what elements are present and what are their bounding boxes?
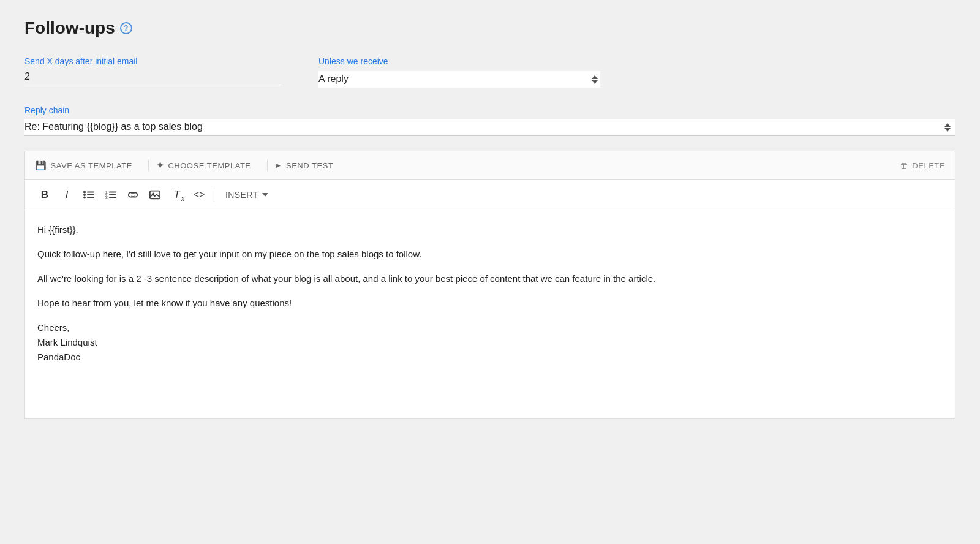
body-line-5: Cheers, bbox=[37, 322, 70, 333]
body-line-6: Mark Lindquist bbox=[37, 337, 97, 347]
ordered-list-button[interactable]: 1. 2. 3. bbox=[101, 185, 121, 205]
svg-rect-7 bbox=[109, 192, 116, 193]
body-signature: Cheers, Mark Lindquist PandaDoc bbox=[37, 320, 943, 365]
email-editor: 💾 SAVE AS TEMPLATE ✦ CHOOSE TEMPLATE ► S… bbox=[24, 151, 956, 419]
toolbar-sep-2 bbox=[267, 160, 268, 171]
days-group: Send X days after initial email 2 bbox=[24, 56, 282, 86]
page-title: Follow-ups ? bbox=[24, 18, 956, 38]
svg-rect-11 bbox=[109, 197, 116, 198]
unless-label: Unless we receive bbox=[318, 56, 600, 66]
email-body[interactable]: Hi {{first}}, Quick follow-up here, I'd … bbox=[25, 210, 955, 418]
help-icon[interactable]: ? bbox=[120, 22, 132, 34]
form-row-top: Send X days after initial email 2 Unless… bbox=[24, 56, 956, 88]
svg-text:3.: 3. bbox=[105, 196, 108, 199]
insert-arrow-icon bbox=[262, 193, 268, 197]
days-label: Send X days after initial email bbox=[24, 56, 282, 66]
image-button[interactable] bbox=[145, 185, 165, 205]
toolbar-sep-1 bbox=[148, 160, 149, 171]
save-icon: 💾 bbox=[35, 160, 47, 171]
svg-rect-1 bbox=[87, 192, 94, 193]
send-icon: ► bbox=[275, 161, 282, 170]
body-line-4: Hope to hear from you, let me know if yo… bbox=[37, 296, 943, 311]
code-button[interactable]: <> bbox=[189, 185, 209, 205]
format-toolbar: B I 1. 2. 3. bbox=[25, 180, 955, 210]
unless-group: Unless we receive A reply An open A clic… bbox=[318, 56, 600, 88]
delete-icon: 🗑 bbox=[900, 161, 909, 170]
title-text: Follow-ups bbox=[24, 18, 115, 38]
reply-chain-select-wrapper: Re: Featuring {{blog}} as a top sales bl… bbox=[24, 119, 956, 136]
template-icon: ✦ bbox=[156, 160, 165, 171]
send-test-label: SEND TEST bbox=[286, 161, 333, 170]
unordered-list-button[interactable] bbox=[79, 185, 99, 205]
editor-toolbar: 💾 SAVE AS TEMPLATE ✦ CHOOSE TEMPLATE ► S… bbox=[25, 151, 955, 180]
delete-button[interactable]: 🗑 DELETE bbox=[900, 161, 945, 170]
clear-format-button[interactable]: Tx bbox=[167, 185, 187, 205]
body-line-2: Quick follow-up here, I'd still love to … bbox=[37, 247, 943, 262]
days-value: 2 bbox=[24, 71, 282, 86]
body-line-3: All we're looking for is a 2 -3 sentence… bbox=[37, 271, 943, 286]
bold-button[interactable]: B bbox=[35, 185, 55, 205]
svg-rect-3 bbox=[87, 194, 94, 195]
choose-template-button[interactable]: ✦ CHOOSE TEMPLATE bbox=[156, 157, 257, 173]
svg-point-2 bbox=[83, 194, 86, 196]
italic-button[interactable]: I bbox=[57, 185, 77, 205]
reply-chain-select[interactable]: Re: Featuring {{blog}} as a top sales bl… bbox=[24, 119, 956, 136]
save-as-template-button[interactable]: 💾 SAVE AS TEMPLATE bbox=[35, 157, 138, 173]
body-line-7: PandaDoc bbox=[37, 352, 80, 362]
send-test-button[interactable]: ► SEND TEST bbox=[275, 159, 340, 173]
format-sep bbox=[214, 188, 214, 202]
choose-template-label: CHOOSE TEMPLATE bbox=[168, 161, 251, 170]
delete-label: DELETE bbox=[912, 161, 945, 170]
insert-label: INSERT bbox=[225, 190, 258, 200]
body-line-1: Hi {{first}}, bbox=[37, 222, 943, 237]
svg-rect-5 bbox=[87, 197, 94, 198]
svg-point-0 bbox=[83, 191, 86, 194]
insert-button[interactable]: INSERT bbox=[219, 187, 274, 202]
unless-select[interactable]: A reply An open A click bbox=[318, 71, 600, 88]
save-template-label: SAVE AS TEMPLATE bbox=[51, 161, 132, 170]
svg-point-4 bbox=[83, 197, 86, 199]
reply-chain-label: Reply chain bbox=[24, 105, 956, 115]
svg-rect-9 bbox=[109, 194, 116, 195]
link-button[interactable] bbox=[123, 185, 143, 205]
reply-chain-section: Reply chain Re: Featuring {{blog}} as a … bbox=[24, 105, 956, 136]
unless-select-wrapper: A reply An open A click bbox=[318, 71, 600, 88]
